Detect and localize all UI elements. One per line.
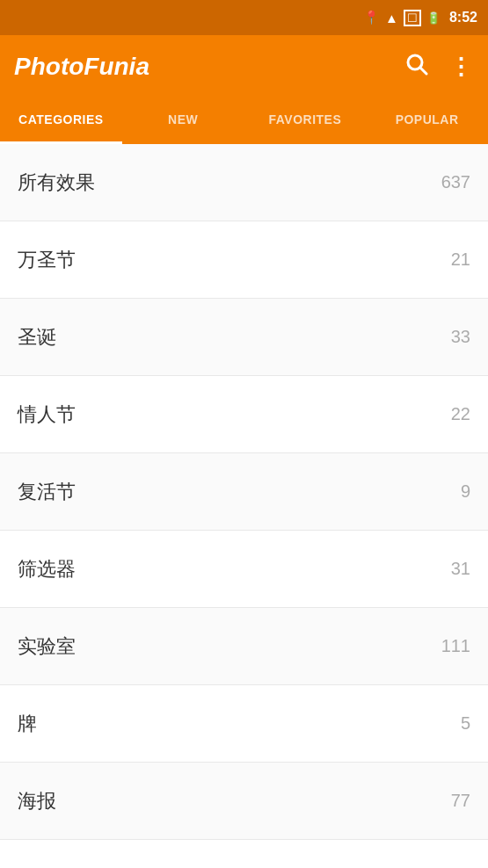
category-name: 实验室 <box>18 633 76 660</box>
category-name: 筛选器 <box>18 556 76 582</box>
list-item[interactable]: 圣诞33 <box>0 299 488 376</box>
more-button[interactable]: ⋮ <box>449 55 474 78</box>
category-name: 万圣节 <box>18 247 76 273</box>
list-item[interactable]: 复活节9 <box>0 453 488 531</box>
logo-photo: Photo <box>14 53 84 80</box>
category-name: 圣诞 <box>18 324 56 351</box>
tab-new[interactable]: NEW <box>122 98 244 144</box>
category-count: 31 <box>451 559 470 579</box>
wifi-icon: ▲ <box>385 11 398 25</box>
status-bar: 📍 ▲ ☐ 🔋 8:52 <box>0 0 488 35</box>
logo-funia: Funia <box>84 53 149 80</box>
category-list: 所有效果637万圣节21圣诞33情人节22复活节9筛选器31实验室111牌5海报… <box>0 144 488 868</box>
list-item[interactable]: 画廊42 <box>0 840 488 868</box>
list-item[interactable]: 万圣节21 <box>0 221 488 299</box>
list-item[interactable]: 情人节22 <box>0 376 488 453</box>
location-icon: 📍 <box>363 10 380 25</box>
sim-icon: ☐ <box>404 10 421 26</box>
tab-favorites[interactable]: FAVORITES <box>244 98 367 144</box>
category-count: 637 <box>441 172 470 192</box>
list-item[interactable]: 所有效果637 <box>0 144 488 221</box>
tab-categories[interactable]: CATEGORIES <box>0 98 122 144</box>
category-name: 所有效果 <box>18 170 95 196</box>
svg-line-1 <box>420 68 426 74</box>
category-name: 牌 <box>18 711 37 737</box>
app-logo: PhotoFunia <box>14 53 149 81</box>
list-item[interactable]: 海报77 <box>0 763 488 840</box>
category-count: 5 <box>461 713 470 734</box>
tab-bar: CATEGORIES NEW FAVORITES POPULAR <box>0 98 488 144</box>
tab-popular[interactable]: POPULAR <box>366 98 488 144</box>
status-icons: 📍 ▲ ☐ 🔋 8:52 <box>363 10 477 26</box>
category-name: 复活节 <box>18 479 76 505</box>
category-count: 21 <box>451 250 470 270</box>
app-header: PhotoFunia ⋮ <box>0 35 488 98</box>
status-time: 8:52 <box>449 10 477 25</box>
list-item[interactable]: 牌5 <box>0 685 488 763</box>
category-count: 77 <box>451 791 470 811</box>
category-count: 9 <box>461 481 470 502</box>
category-count: 111 <box>441 636 470 656</box>
battery-icon: 🔋 <box>426 11 441 25</box>
search-button[interactable] <box>405 53 428 81</box>
category-count: 22 <box>451 404 470 424</box>
header-icons: ⋮ <box>405 53 474 81</box>
list-item[interactable]: 实验室111 <box>0 608 488 685</box>
category-name: 画廊 <box>18 865 56 869</box>
category-count: 33 <box>451 327 470 347</box>
category-name: 海报 <box>18 788 56 814</box>
list-item[interactable]: 筛选器31 <box>0 531 488 608</box>
category-name: 情人节 <box>18 401 76 428</box>
